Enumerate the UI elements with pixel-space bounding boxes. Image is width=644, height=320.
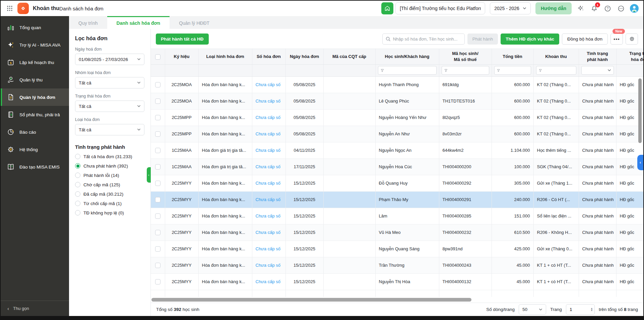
invoice-number-link[interactable]: Chưa cấp số bbox=[252, 224, 285, 241]
sidebar-item-tro-ly-ai[interactable]: Trợ lý AI - MISA AVA bbox=[1, 36, 69, 54]
col-loai-hinh: Loại hình hóa đơn bbox=[198, 49, 252, 64]
table-row[interactable]: 1C25MAA Hóa đơn giá trị gia tă... Chưa c… bbox=[151, 158, 643, 175]
row-checkbox[interactable] bbox=[155, 279, 160, 284]
table-row[interactable]: 2C25MYY Hóa đơn bán hàng k... Chưa cấp s… bbox=[151, 191, 643, 208]
invoice-type-select[interactable]: Tất cả bbox=[75, 124, 144, 135]
table-row[interactable]: 2C25MYY Hóa đơn bán hàng k... Chưa cấp s… bbox=[151, 257, 643, 273]
notifications-bell-icon[interactable]: 1 bbox=[590, 4, 598, 13]
sidebar-item-quan-ly-thu[interactable]: $ Quản lý thu bbox=[1, 71, 69, 88]
invoice-number-link[interactable]: Chưa cấp số bbox=[252, 191, 285, 208]
row-checkbox[interactable] bbox=[155, 213, 160, 219]
invoice-number-link[interactable]: Chưa cấp số bbox=[252, 208, 285, 224]
cell-cqt-code bbox=[323, 191, 375, 208]
page-number-input[interactable] bbox=[570, 307, 590, 312]
publish-button[interactable]: Phát hành bbox=[467, 34, 498, 45]
side-panel-toggle-button[interactable]: ‹ bbox=[637, 155, 643, 170]
filter-fee-input[interactable] bbox=[536, 66, 576, 75]
table-row[interactable]: 2C25MYY Hóa đơn bán hàng k... Chưa cấp s… bbox=[151, 224, 643, 241]
invoice-number-link[interactable]: Chưa cấp số bbox=[252, 142, 285, 158]
invoice-number-link[interactable]: Chưa cấp số bbox=[252, 175, 285, 191]
row-checkbox[interactable] bbox=[155, 131, 160, 137]
rows-per-page-select[interactable]: 50 bbox=[519, 304, 546, 315]
more-actions-button[interactable]: ••• bbox=[610, 34, 623, 45]
invoice-group-select[interactable]: Tất cả bbox=[75, 77, 144, 88]
row-checkbox[interactable] bbox=[155, 246, 160, 252]
add-other-invoice-button[interactable]: Thêm HĐ dịch vụ khác bbox=[501, 34, 559, 45]
row-checkbox[interactable] bbox=[155, 99, 160, 104]
school-name-input[interactable] bbox=[395, 2, 485, 14]
radio-waiting-code[interactable]: Chờ cấp mã (125) bbox=[75, 182, 144, 187]
app-grid-icon[interactable] bbox=[5, 4, 14, 13]
sidebar-item-lap-ke-hoach-thu[interactable]: $ Lập kế hoạch thu bbox=[1, 54, 69, 71]
sidebar-item-he-thong[interactable]: Hệ thống bbox=[1, 141, 69, 158]
radio-issue-error[interactable]: Phát hành lỗi (14) bbox=[75, 173, 144, 178]
invoice-date-range-select[interactable]: 01/08/2025 - 27/03/2026 bbox=[75, 54, 144, 65]
table-row[interactable]: 2C25MPP Hóa đơn bán hàng k... Chưa cấp s… bbox=[151, 126, 643, 142]
invoice-number-link[interactable]: Chưa cấp số bbox=[252, 273, 285, 290]
sidebar-item-dao-tao[interactable]: Đào tạo MISA EMIS bbox=[1, 158, 69, 176]
guide-button[interactable]: Hướng dẫn bbox=[535, 2, 572, 14]
page-spinner[interactable]: ▲▼ bbox=[590, 308, 593, 312]
publish-all-button[interactable]: Phát hành tất cả HĐ bbox=[156, 34, 209, 45]
filter-panel-collapse-handle[interactable]: ‹ bbox=[147, 167, 151, 183]
filter-student-input[interactable] bbox=[378, 66, 437, 75]
school-home-icon[interactable] bbox=[381, 2, 393, 14]
row-checkbox[interactable] bbox=[155, 82, 160, 87]
select-all-checkbox[interactable] bbox=[155, 54, 160, 60]
invoice-number-link[interactable]: Chưa cấp số bbox=[252, 241, 285, 257]
khoan-thu-app-icon bbox=[17, 3, 29, 14]
svg-text:?: ? bbox=[606, 6, 608, 10]
table-row[interactable]: 2C25MOA Hóa đơn bán hàng k... Chưa cấp s… bbox=[151, 93, 643, 109]
invoice-number-link[interactable]: Chưa cấp số bbox=[252, 126, 285, 142]
table-settings-button[interactable] bbox=[626, 34, 638, 45]
invoice-number-link[interactable]: Chưa cấp số bbox=[252, 109, 285, 126]
row-checkbox[interactable] bbox=[155, 148, 160, 153]
invoice-number-link[interactable]: Chưa cấp số bbox=[252, 93, 285, 109]
vertical-scrollbar-thumb[interactable] bbox=[638, 78, 642, 143]
help-icon[interactable]: ? bbox=[603, 4, 612, 13]
horizontal-scrollbar-thumb[interactable] bbox=[151, 298, 471, 302]
invoice-number-link[interactable]: Chưa cấp số bbox=[252, 257, 285, 273]
radio-invalid[interactable]: TĐ không hợp lệ (0) bbox=[75, 210, 144, 215]
table-row[interactable]: 1C25MAA Hóa đơn giá trị gia tă... Chưa c… bbox=[151, 142, 643, 158]
table-row[interactable]: 2C25MPP Hóa đơn bán hàng k... Chưa cấp s… bbox=[151, 109, 643, 126]
more-options-icon[interactable] bbox=[617, 4, 625, 13]
row-checkbox[interactable] bbox=[155, 197, 160, 202]
invoice-state-select[interactable]: Tất cả bbox=[75, 101, 144, 112]
table-row[interactable]: 2C25MOA Hóa đơn bán hàng k... Chưa cấp s… bbox=[151, 76, 643, 93]
table-row[interactable]: 2C25MYY Hóa đơn bán hàng k... Chưa cấp s… bbox=[151, 241, 643, 257]
cell-invoice-type: Hóa đơn bán hàng k... bbox=[198, 273, 252, 290]
tab-quy-trinh[interactable]: Quy trình bbox=[69, 16, 107, 29]
invoice-number-link[interactable]: Chưa cấp số bbox=[252, 158, 285, 175]
tab-danh-sach-hoa-don[interactable]: Danh sách hóa đơn bbox=[107, 16, 170, 29]
table-row[interactable]: 2C25MYY Hóa đơn bán hàng k... Chưa cấp s… bbox=[151, 208, 643, 224]
sidebar-item-so-phai-thu[interactable]: $ Sổ phải thu, phải trả bbox=[1, 106, 69, 123]
row-checkbox[interactable] bbox=[155, 181, 160, 186]
tab-quan-ly-hddt[interactable]: Quản lý HĐĐT bbox=[170, 16, 219, 29]
sidebar-item-bao-cao[interactable]: Báo cáo bbox=[1, 123, 69, 141]
table-row[interactable]: 2C25MYY Hóa đơn bán hàng k... Chưa cấp s… bbox=[151, 175, 643, 191]
invoice-number-link[interactable]: Chưa cấp số bbox=[252, 76, 285, 93]
filter-total-input[interactable] bbox=[494, 66, 531, 75]
filter-student-code-input[interactable] bbox=[442, 66, 489, 75]
radio-code-refused[interactable]: Từ chối cấp mã (1) bbox=[75, 201, 144, 206]
radio-code-granted[interactable]: Đã cấp mã (30.212) bbox=[75, 191, 144, 197]
radio-not-issued[interactable]: Chưa phát hành (392) bbox=[75, 163, 144, 169]
table-row[interactable]: 2C25MYY Hóa đơn bán hàng k... Chưa cấp s… bbox=[151, 273, 643, 290]
cell-total-amount: 151.000 bbox=[492, 208, 533, 224]
row-checkbox[interactable] bbox=[155, 164, 160, 170]
row-checkbox[interactable] bbox=[155, 263, 160, 268]
ai-sparkle-icon[interactable] bbox=[576, 4, 585, 13]
sidebar-collapse-button[interactable]: ‹ Thu gọn bbox=[1, 301, 69, 316]
avatar[interactable] bbox=[630, 4, 639, 13]
sidebar-item-quan-ly-hoa-don[interactable]: Quản lý hóa đơn bbox=[1, 88, 69, 106]
school-year-select[interactable]: 2025 - 2026 bbox=[490, 2, 531, 14]
sidebar-item-tong-quan[interactable]: Tổng quan bbox=[1, 19, 69, 36]
row-checkbox[interactable] bbox=[155, 115, 160, 120]
funnel-icon bbox=[381, 69, 384, 72]
search-input[interactable] bbox=[393, 37, 461, 42]
filter-issue-status-select[interactable] bbox=[581, 66, 614, 75]
row-checkbox[interactable] bbox=[155, 230, 160, 235]
sync-invoices-button[interactable]: Đồng bộ hóa đơn bbox=[562, 34, 608, 45]
radio-all-invoices[interactable]: Tất cả hóa đơn (31.233) bbox=[75, 154, 144, 159]
